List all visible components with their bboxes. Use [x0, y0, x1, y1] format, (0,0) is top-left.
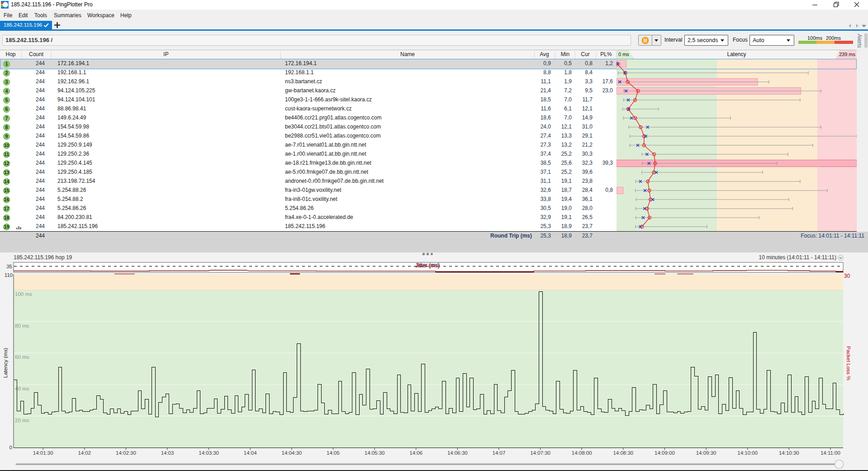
svg-text:Packet Loss %: Packet Loss %: [846, 346, 851, 381]
svg-text:Latency (ms): Latency (ms): [3, 348, 8, 378]
svg-text:100 ms: 100 ms: [15, 291, 32, 297]
svg-text:14:04: 14:04: [244, 450, 257, 456]
svg-text:14:09:30: 14:09:30: [696, 450, 716, 456]
svg-text:35: 35: [6, 264, 12, 269]
svg-text:14:03: 14:03: [161, 450, 174, 456]
svg-text:110: 110: [5, 272, 13, 278]
svg-text:14:07:30: 14:07:30: [530, 450, 550, 456]
svg-text:60 ms: 60 ms: [15, 354, 29, 360]
svg-text:14:04:30: 14:04:30: [281, 450, 302, 456]
svg-text:14:10:00: 14:10:00: [737, 450, 758, 456]
svg-text:14:07: 14:07: [493, 450, 506, 456]
svg-text:30: 30: [844, 273, 850, 279]
svg-text:14:01:30: 14:01:30: [33, 450, 53, 456]
svg-text:Jitter (ms): Jitter (ms): [415, 262, 439, 269]
svg-text:14:08:00: 14:08:00: [572, 450, 592, 456]
svg-text:14:05: 14:05: [327, 450, 340, 456]
svg-text:14:08:30: 14:08:30: [613, 450, 633, 456]
svg-text:14:11:00: 14:11:00: [821, 450, 840, 456]
svg-text:14:09:00: 14:09:00: [655, 450, 675, 456]
svg-text:14:10:30: 14:10:30: [779, 450, 799, 456]
svg-text:14:03:30: 14:03:30: [199, 450, 219, 456]
svg-text:14:02: 14:02: [78, 450, 91, 456]
svg-text:0: 0: [9, 445, 12, 450]
svg-text:14:02:30: 14:02:30: [116, 450, 136, 456]
svg-text:80 ms: 80 ms: [15, 323, 29, 328]
svg-text:14:05:30: 14:05:30: [365, 450, 385, 456]
svg-text:20 ms: 20 ms: [15, 418, 29, 423]
svg-text:14:06:30: 14:06:30: [447, 450, 468, 456]
svg-text:14:06: 14:06: [409, 450, 422, 456]
